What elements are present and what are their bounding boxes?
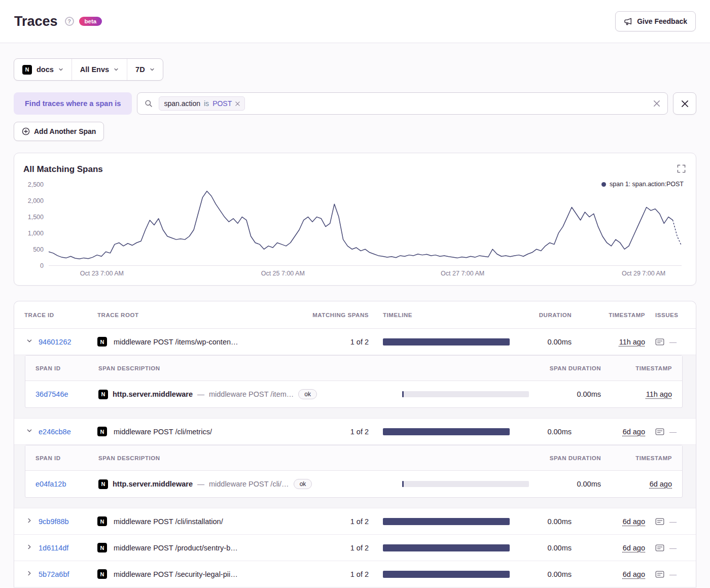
col-span-timestamp: Timestamp (601, 365, 672, 371)
issues-count: — (669, 517, 677, 526)
table-row: 1d6114df N middleware POST /product/sent… (14, 535, 696, 561)
token-value: POST (212, 99, 232, 108)
span-table-header: Span ID Span Description Span Duration T… (25, 356, 682, 381)
expanded-spans-section: Span ID Span Description Span Duration T… (14, 355, 696, 419)
project-icon: N (97, 543, 107, 552)
project-icon: N (98, 390, 108, 399)
chart-title: All Matching Spans (23, 164, 103, 175)
environment-filter-label: All Envs (80, 65, 109, 74)
trace-id-link[interactable]: 94601262 (39, 338, 72, 346)
span-id-link[interactable]: e04fa12b (36, 480, 66, 488)
trace-id-link[interactable]: e246cb8e (39, 428, 71, 436)
table-row: e246cb8e N middleware POST /cli/metrics/… (14, 419, 696, 445)
col-issues: Issues (645, 312, 686, 318)
expand-row-button[interactable] (24, 516, 34, 527)
remove-token-icon[interactable] (235, 101, 240, 106)
y-axis: 05001,0001,5002,0002,500 (14, 185, 44, 266)
timeline-bar (383, 428, 510, 435)
trace-id-link[interactable]: 1d6114df (39, 544, 68, 552)
timestamp-value[interactable]: 6d ago (623, 428, 645, 436)
traces-page: Traces ? beta Give Feedback N docs (0, 0, 710, 588)
project-icon: N (97, 427, 107, 436)
give-feedback-button[interactable]: Give Feedback (615, 11, 696, 31)
project-icon: N (97, 569, 107, 579)
help-icon[interactable]: ? (65, 17, 74, 26)
col-trace-root: Trace Root (97, 312, 308, 318)
remove-span-filter-button[interactable] (673, 92, 696, 115)
span-row: e04fa12b N http.server.middleware — midd… (25, 471, 682, 497)
fullscreen-icon[interactable] (677, 164, 686, 173)
col-duration: Duration (521, 312, 572, 318)
issues-count: — (669, 570, 677, 578)
expanded-spans-section: Span ID Span Description Span Duration T… (14, 445, 696, 508)
issues-icon (655, 517, 664, 526)
main-content: N docs All Envs 7D Find traces w (0, 43, 710, 587)
token-operator: is (204, 99, 209, 108)
chevron-right-icon (26, 544, 32, 551)
x-axis-label: Oct 27 7:00 AM (441, 270, 484, 277)
spans-sub-table: Span ID Span Description Span Duration T… (25, 445, 683, 498)
timeline-bar (383, 518, 510, 525)
chevron-down-icon (114, 67, 119, 72)
col-timeline: Timeline (369, 312, 521, 318)
timestamp-value[interactable]: 6d ago (623, 544, 645, 552)
chart-plot-area[interactable] (49, 185, 682, 266)
span-search-input[interactable]: span.action is POST (137, 92, 668, 115)
span-query-row: Find traces where a span is span.action … (14, 92, 696, 115)
y-axis-label: 1,000 (14, 230, 44, 236)
date-range-filter[interactable]: 7D (127, 59, 163, 80)
span-duration-sliver (402, 391, 404, 397)
duration-value: 0.00ms (521, 570, 572, 578)
span-duration-value: 0.00ms (535, 480, 601, 488)
trace-id-link[interactable]: 5b72a6bf (39, 570, 69, 578)
span-timestamp-value[interactable]: 6d ago (650, 480, 672, 488)
timestamp-value[interactable]: 6d ago (623, 570, 645, 578)
timestamp-value[interactable]: 11h ago (619, 338, 645, 346)
col-timestamp: Timestamp (572, 312, 645, 318)
megaphone-icon (624, 17, 632, 26)
chevron-down-icon (150, 67, 155, 72)
span-timeline-track (402, 481, 529, 487)
collapse-row-button[interactable] (24, 337, 34, 347)
expand-row-button[interactable] (24, 569, 34, 579)
matching-spans-value: 1 of 2 (308, 570, 369, 578)
span-duration-sliver (402, 481, 404, 487)
span-table-header: Span ID Span Description Span Duration T… (25, 445, 682, 471)
span-timestamp-value[interactable]: 11h ago (646, 390, 672, 398)
add-another-span-button[interactable]: Add Another Span (14, 122, 104, 141)
table-row: 9cb9f88b N middleware POST /cli/installa… (14, 508, 696, 535)
col-matching-spans: Matching Spans (308, 312, 369, 318)
y-axis-label: 1,500 (14, 214, 44, 220)
page-filter-bar: N docs All Envs 7D (14, 58, 163, 81)
separator-dash: — (197, 480, 204, 488)
y-axis-label: 500 (14, 247, 44, 253)
project-icon: N (97, 516, 107, 526)
table-row: 5b72a6bf N middleware POST /security-leg… (14, 561, 696, 587)
matching-spans-value: 1 of 2 (308, 428, 369, 436)
collapse-row-button[interactable] (24, 427, 34, 437)
y-axis-label: 2,500 (14, 182, 44, 188)
issues-icon (655, 570, 664, 578)
environment-filter[interactable]: All Envs (72, 59, 127, 80)
trace-root-label: middleware POST /product/sentry-b… (114, 544, 238, 552)
duration-value: 0.00ms (521, 544, 572, 552)
separator-dash: — (197, 390, 204, 398)
matching-spans-value: 1 of 2 (308, 517, 369, 526)
span-id-link[interactable]: 36d7546e (36, 390, 68, 398)
filter-token[interactable]: span.action is POST (159, 96, 245, 111)
col-span-id: Span ID (36, 455, 98, 461)
clear-search-icon[interactable] (653, 100, 660, 107)
token-key: span.action (164, 99, 200, 108)
trace-root-label: middleware POST /items/wp-conten… (114, 338, 238, 346)
expand-row-button[interactable] (24, 543, 34, 553)
span-builder-label: Find traces where a span is (14, 92, 132, 115)
trace-id-link[interactable]: 9cb9f88b (39, 517, 69, 526)
issues-icon (655, 544, 664, 552)
issues-count: — (669, 544, 677, 552)
project-filter[interactable]: N docs (14, 59, 72, 80)
timestamp-value[interactable]: 6d ago (623, 517, 645, 526)
traces-table: Trace ID Trace Root Matching Spans Timel… (14, 301, 696, 587)
matching-spans-value: 1 of 2 (308, 544, 369, 552)
col-span-duration: Span Duration (535, 455, 601, 461)
matching-spans-value: 1 of 2 (308, 338, 369, 346)
